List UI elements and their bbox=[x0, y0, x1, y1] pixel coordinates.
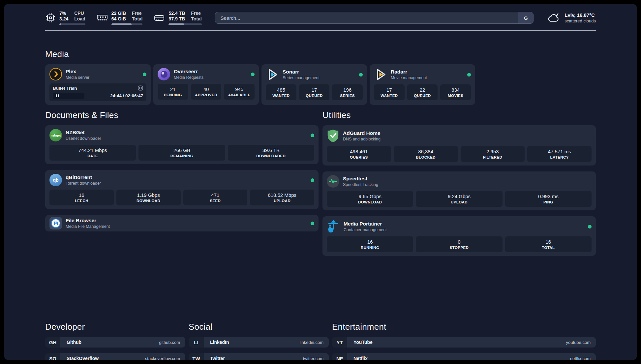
app-description: Media Requests bbox=[174, 75, 203, 80]
stat-label: WANTED bbox=[375, 93, 404, 98]
search-input[interactable] bbox=[215, 12, 518, 23]
cpu-load-value: 3.24 bbox=[59, 16, 68, 22]
disk-total-label: Total bbox=[191, 16, 201, 22]
stat-box: 47.571 ms LATENCY bbox=[527, 146, 592, 162]
stat-box: 16 TOTAL bbox=[505, 236, 592, 252]
stat-box: 744.21 Mbps RATE bbox=[49, 145, 136, 161]
stat-box: 945 AVAILABLE bbox=[224, 84, 255, 100]
app-card-nzbget[interactable]: nzbget NZBGet Usenet downloader 744.21 M… bbox=[45, 125, 319, 164]
stat-label: LEECH bbox=[50, 198, 113, 203]
app-card-portainer[interactable]: Media Portainer Container management 16 … bbox=[322, 216, 596, 256]
stat-box: 266 GB REMAINING bbox=[138, 145, 225, 161]
stat-label: BLOCKED bbox=[394, 155, 457, 160]
bookmark-url: youtube.com bbox=[566, 340, 591, 345]
stat-value: 21 bbox=[158, 86, 188, 92]
ram-total-label: Total bbox=[132, 16, 142, 22]
app-description: Usenet downloader bbox=[66, 136, 101, 141]
app-description: Media File Management bbox=[66, 224, 110, 229]
speedtest-icon bbox=[327, 175, 339, 188]
bookmark-badge: SO bbox=[45, 353, 60, 360]
app-card-adguard[interactable]: AdGuard Home DNS and adblocking 498,461 … bbox=[322, 125, 596, 166]
disk-total-value: 97.9 TB bbox=[168, 16, 185, 22]
bookmark-youtube[interactable]: YT YouTube youtube.com bbox=[332, 337, 596, 348]
adguard-icon bbox=[327, 129, 339, 143]
stat-label: AVAILABLE bbox=[225, 93, 254, 98]
stat-label: TOTAL bbox=[506, 245, 591, 250]
bookmark-name: Netflix bbox=[353, 356, 368, 360]
bookmark-github[interactable]: GH Github github.com bbox=[45, 337, 185, 348]
stat-label: SEED bbox=[184, 198, 247, 203]
playback-time: 24:44 / 02:06:47 bbox=[110, 93, 143, 98]
app-name: Overseerr bbox=[174, 68, 203, 75]
app-description: Container management bbox=[344, 227, 387, 232]
stat-box: 0 STOPPED bbox=[416, 236, 502, 252]
bookmark-url: linkedin.com bbox=[300, 340, 323, 345]
app-description: Speedtest Tracking bbox=[343, 182, 378, 187]
stat-label: STOPPED bbox=[416, 245, 502, 250]
stat-box: 17 QUEUED bbox=[299, 84, 330, 100]
playback-progress-pill[interactable] bbox=[53, 93, 84, 99]
stat-value: 16 bbox=[506, 239, 591, 245]
ram-stat: 22 GiB 64 GiB Free Total bbox=[97, 11, 143, 25]
dashboard-page: 7% 3.24 CPU Load bbox=[4, 4, 637, 360]
stat-box: 16 LEECH bbox=[49, 190, 114, 205]
app-card-sonarr[interactable]: Sonarr Series management 485 WANTED 17 Q… bbox=[261, 64, 367, 105]
app-name: NZBGet bbox=[66, 129, 101, 136]
stat-box: 834 MOVIES bbox=[440, 84, 471, 100]
search-bar[interactable]: G bbox=[215, 12, 534, 24]
ram-icon bbox=[97, 14, 108, 22]
filebrowser-icon bbox=[49, 217, 62, 229]
app-name: File Browser bbox=[66, 217, 110, 224]
app-card-qbittorrent[interactable]: qb qBittorrent Torrent downloader 16 LEE… bbox=[45, 170, 319, 209]
bookmark-group-social: Social LI LinkedIn linkedin.com TW Twitt… bbox=[189, 322, 329, 360]
bookmark-netflix[interactable]: NF Netflix netflix.com bbox=[332, 353, 596, 360]
now-playing-options-icon[interactable] bbox=[138, 85, 143, 91]
status-online-dot bbox=[467, 73, 471, 76]
stat-value: 1.19 Gbps bbox=[117, 192, 180, 198]
disk-free-label: Free bbox=[191, 11, 201, 16]
stat-box: 9.65 Gbps DOWNLOAD bbox=[327, 191, 413, 207]
section-title-entertainment: Entertainment bbox=[332, 322, 596, 332]
stat-value: 40 bbox=[192, 86, 221, 92]
bookmark-stackoverflow[interactable]: SO StackOverflow stackoverflow.com bbox=[45, 353, 185, 360]
stat-value: 498,461 bbox=[327, 148, 390, 155]
app-name: Plex bbox=[66, 68, 89, 75]
stat-value: 471 bbox=[184, 192, 247, 198]
stat-value: 618.52 Mbps bbox=[251, 192, 314, 198]
stat-value: 266 GB bbox=[139, 147, 224, 153]
stat-label: WANTED bbox=[266, 93, 296, 98]
stat-value: 39.6 TB bbox=[229, 147, 314, 153]
stat-value: 744.21 Mbps bbox=[50, 147, 135, 153]
app-name: Sonarr bbox=[283, 69, 320, 75]
stat-box: 471 SEED bbox=[183, 190, 248, 205]
bookmark-name: YouTube bbox=[353, 340, 373, 345]
stat-box: 2,953 FILTERED bbox=[461, 146, 525, 162]
stat-label: DOWNLOAD bbox=[327, 200, 412, 205]
pause-icon[interactable] bbox=[56, 94, 59, 97]
app-card-speedtest[interactable]: Speedtest Speedtest Tracking 9.65 Gbps D… bbox=[322, 171, 596, 210]
stat-label: LATENCY bbox=[528, 155, 591, 160]
search-provider-button[interactable]: G bbox=[518, 12, 533, 23]
status-online-dot bbox=[311, 222, 314, 225]
header: 7% 3.24 CPU Load bbox=[45, 11, 596, 25]
stat-value: 17 bbox=[375, 87, 404, 93]
app-card-overseerr[interactable]: Overseerr Media Requests 21 PENDING 40 A… bbox=[153, 64, 259, 105]
ram-total-value: 64 GiB bbox=[111, 16, 126, 22]
media-card-row: Plex Media server Bullet Train bbox=[45, 64, 596, 105]
app-card-filebrowser[interactable]: File Browser Media File Management bbox=[45, 215, 319, 231]
stat-box: 485 WANTED bbox=[266, 84, 296, 100]
app-card-radarr[interactable]: Radarr Movie management 17 WANTED 22 QUE… bbox=[370, 64, 475, 105]
bookmark-twitter[interactable]: TW Twitter twitter.com bbox=[189, 353, 329, 360]
stat-label: MOVIES bbox=[441, 93, 470, 98]
weather-widget: Lviv, 16.87°C scattered clouds bbox=[547, 12, 596, 24]
system-stats: 7% 3.24 CPU Load bbox=[45, 11, 202, 25]
bookmark-linkedin[interactable]: LI LinkedIn linkedin.com bbox=[189, 337, 329, 348]
app-card-plex[interactable]: Plex Media server Bullet Train bbox=[45, 64, 151, 105]
stat-box: 39.6 TB DOWNLOADED bbox=[228, 145, 314, 161]
disk-stat: 52.4 TB 97.9 TB Free Total bbox=[154, 11, 201, 25]
stat-label: QUEUED bbox=[408, 93, 437, 98]
stat-box: 21 PENDING bbox=[158, 84, 188, 100]
stat-label: PING bbox=[506, 200, 591, 205]
bookmark-name: StackOverflow bbox=[67, 356, 99, 360]
cpu-usage-value: 7% bbox=[59, 11, 68, 16]
